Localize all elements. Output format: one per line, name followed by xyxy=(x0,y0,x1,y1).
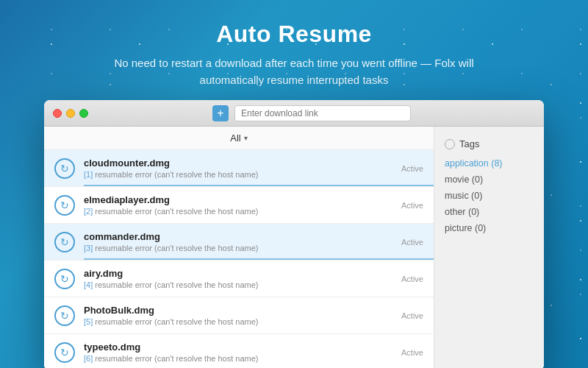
item-info: cloudmounter.dmg [1] resumable error (ca… xyxy=(84,158,392,179)
list-item[interactable]: ↻ typeeto.dmg [6] resumable error (can't… xyxy=(44,334,434,368)
page-subtitle: No need to restart a download after each… xyxy=(103,55,485,88)
item-error: [1] resumable error (can't resolve the h… xyxy=(84,170,392,179)
item-info: commander.dmg [3] resumable error (can't… xyxy=(84,231,392,252)
item-status: Active xyxy=(401,238,423,247)
item-status: Active xyxy=(401,311,423,320)
progress-bar xyxy=(84,258,434,260)
download-icon: ↻ xyxy=(54,269,75,289)
item-error: [2] resumable error (can't resolve the h… xyxy=(84,207,392,216)
minimize-button[interactable] xyxy=(66,109,75,118)
item-name: typeeto.dmg xyxy=(84,342,392,353)
item-info: PhotoBulk.dmg [5] resumable error (can't… xyxy=(84,305,392,326)
item-name: elmediaplayer.dmg xyxy=(84,194,392,205)
traffic-lights xyxy=(53,109,88,118)
page-title: Auto Resume xyxy=(15,21,573,48)
download-icon: ↻ xyxy=(54,158,75,179)
download-icon: ↻ xyxy=(54,232,75,252)
item-status: Active xyxy=(401,201,423,210)
item-status: Active xyxy=(401,164,423,173)
item-info: airy.dmg [4] resumable error (can't reso… xyxy=(84,268,392,289)
filter-arrow-icon: ▾ xyxy=(244,134,248,142)
list-item[interactable]: ↻ elmediaplayer.dmg [2] resumable error … xyxy=(44,187,434,224)
list-item[interactable]: ↻ cloudmounter.dmg [1] resumable error (… xyxy=(44,150,434,187)
item-name: cloudmounter.dmg xyxy=(84,158,392,169)
download-list: ↻ cloudmounter.dmg [1] resumable error (… xyxy=(44,150,434,368)
item-name: airy.dmg xyxy=(84,268,392,279)
item-name: PhotoBulk.dmg xyxy=(84,305,392,316)
close-button[interactable] xyxy=(53,109,62,118)
sidebar-tag-item[interactable]: movie (0) xyxy=(434,171,544,188)
sidebar-tag-item[interactable]: application (8) xyxy=(434,155,544,171)
item-status: Active xyxy=(401,348,423,357)
sidebar-tag-item[interactable]: music (0) xyxy=(434,188,544,204)
list-item[interactable]: ↻ commander.dmg [3] resumable error (can… xyxy=(44,224,434,261)
item-name: commander.dmg xyxy=(84,231,392,242)
sidebar: Tags application (8)movie (0)music (0)ot… xyxy=(434,127,544,368)
item-info: typeeto.dmg [6] resumable error (can't r… xyxy=(84,342,392,363)
item-status: Active xyxy=(401,275,423,283)
progress-bar xyxy=(84,185,434,186)
search-input[interactable] xyxy=(234,105,411,121)
add-download-button[interactable]: + xyxy=(212,105,229,121)
item-error: [6] resumable error (can't resolve the h… xyxy=(84,354,392,363)
list-item[interactable]: ↻ airy.dmg [4] resumable error (can't re… xyxy=(44,261,434,297)
filter-bar: All ▾ xyxy=(44,127,434,150)
sidebar-tag-item[interactable]: picture (0) xyxy=(434,220,544,236)
page-header: Auto Resume No need to restart a downloa… xyxy=(0,0,588,100)
download-icon: ↻ xyxy=(54,195,75,216)
sidebar-tag-item[interactable]: other (0) xyxy=(434,204,544,220)
item-error: [4] resumable error (can't resolve the h… xyxy=(84,280,392,289)
download-icon: ↻ xyxy=(54,305,75,326)
item-error: [3] resumable error (can't resolve the h… xyxy=(84,244,392,252)
filter-label[interactable]: All ▾ xyxy=(230,132,247,144)
download-icon: ↻ xyxy=(54,342,75,363)
app-window: + All ▾ ↻ cloudmounter.dmg [1] resumable… xyxy=(44,100,544,368)
item-error: [5] resumable error (can't resolve the h… xyxy=(84,317,392,326)
tag-icon xyxy=(445,139,455,149)
titlebar: + xyxy=(44,100,544,127)
list-item[interactable]: ↻ PhotoBulk.dmg [5] resumable error (can… xyxy=(44,297,434,334)
tags-label: Tags xyxy=(459,138,479,149)
item-info: elmediaplayer.dmg [2] resumable error (c… xyxy=(84,194,392,216)
maximize-button[interactable] xyxy=(79,109,88,118)
